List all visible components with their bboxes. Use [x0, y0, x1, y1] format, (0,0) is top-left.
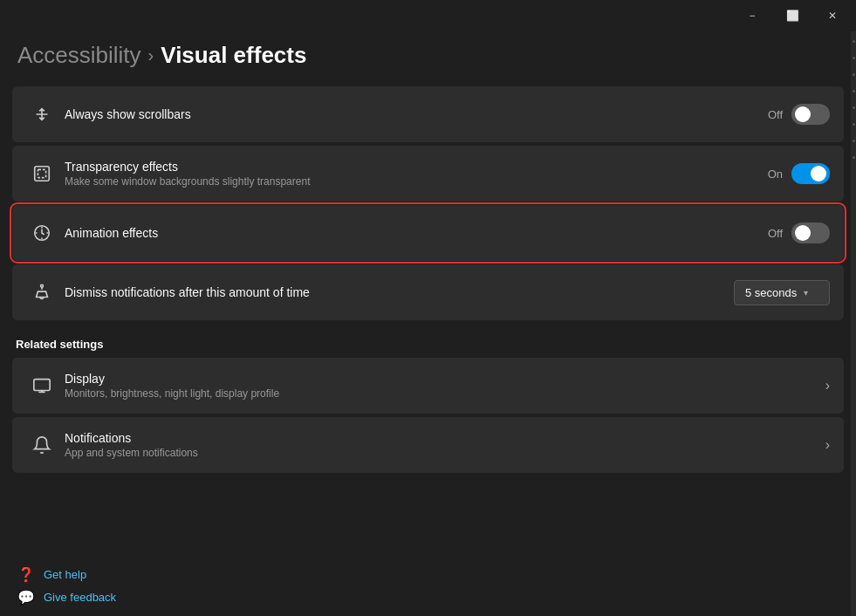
- breadcrumb-parent[interactable]: Accessibility: [17, 42, 141, 69]
- toggle-control-transparency: On: [768, 163, 830, 184]
- related-row-notifications-setting[interactable]: Notifications App and system notificatio…: [12, 417, 844, 473]
- svg-rect-0: [35, 167, 50, 181]
- toggle-control-animation: Off: [768, 222, 830, 243]
- give-feedback-label: Give feedback: [44, 591, 116, 604]
- get-help-label: Get help: [44, 568, 86, 581]
- minimize-button[interactable]: −: [732, 2, 772, 30]
- related-subtitle-display: Monitors, brightness, night light, displ…: [65, 387, 825, 400]
- give-feedback-link[interactable]: 💬 Give feedback: [17, 588, 116, 606]
- scrollbar-track[interactable]: [851, 31, 856, 616]
- footer: ❓ Get help 💬 Give feedback: [0, 555, 856, 616]
- setting-text-animation: Animation effects: [58, 226, 768, 240]
- scrollbar-dot: [853, 73, 855, 76]
- related-icon-notifications-setting: [26, 435, 58, 455]
- related-text-notifications-setting: Notifications App and system notificatio…: [58, 431, 825, 459]
- setting-text-scrollbars: Always show scrollbars: [58, 107, 768, 121]
- scrollbar-dot: [853, 40, 855, 43]
- setting-title-notifications: Dismiss notifications after this amount …: [65, 285, 734, 299]
- svg-rect-1: [38, 169, 45, 177]
- help-icon: ❓: [17, 565, 35, 583]
- page-title: Visual effects: [161, 42, 306, 69]
- scrollbar-dot: [853, 57, 855, 59]
- related-title-display: Display: [65, 372, 825, 386]
- setting-icon-transparency: [26, 164, 58, 183]
- setting-text-notifications: Dismiss notifications after this amount …: [58, 285, 734, 299]
- settings-content: Always show scrollbars Off Transparency …: [0, 86, 856, 549]
- toggle-control-scrollbars: Off: [768, 104, 830, 125]
- dropdown-value-notifications: 5 seconds: [745, 286, 797, 299]
- setting-row-animation: Animation effects Off: [12, 205, 844, 261]
- chevron-right-icon: ›: [825, 378, 830, 394]
- svg-point-3: [41, 284, 44, 287]
- related-settings-header: Related settings: [12, 324, 844, 358]
- toggle-scrollbars[interactable]: [791, 104, 830, 125]
- title-bar: − ⬜ ✕: [0, 0, 856, 31]
- scrollbar-dot: [853, 123, 855, 126]
- setting-icon-scrollbars: [26, 105, 58, 124]
- scrollbar-dots: [853, 33, 855, 166]
- scrollbar-dot: [853, 106, 855, 109]
- setting-row-scrollbars: Always show scrollbars Off: [12, 86, 844, 142]
- maximize-button[interactable]: ⬜: [772, 2, 812, 30]
- toggle-animation[interactable]: [791, 222, 830, 243]
- scrollbar-dot: [853, 90, 855, 92]
- get-help-link[interactable]: ❓ Get help: [17, 565, 86, 583]
- svg-rect-4: [34, 380, 50, 391]
- toggle-label-transparency: On: [768, 168, 783, 181]
- close-button[interactable]: ✕: [812, 2, 853, 30]
- setting-icon-notifications: [26, 283, 58, 302]
- setting-icon-animation: [26, 223, 58, 243]
- scrollbar-dot: [853, 156, 855, 159]
- toggle-label-animation: Off: [768, 227, 783, 240]
- related-row-display[interactable]: Display Monitors, brightness, night ligh…: [12, 358, 844, 414]
- toggle-thumb-animation: [795, 225, 811, 241]
- setting-subtitle-transparency: Make some window backgrounds slightly tr…: [65, 175, 768, 188]
- toggle-thumb-transparency: [811, 166, 826, 181]
- related-title-notifications-setting: Notifications: [65, 431, 825, 445]
- feedback-icon: 💬: [17, 588, 35, 606]
- related-icon-display: [26, 376, 58, 395]
- setting-title-animation: Animation effects: [65, 226, 768, 240]
- related-text-display: Display Monitors, brightness, night ligh…: [58, 372, 825, 400]
- breadcrumb: Accessibility › Visual effects: [17, 42, 839, 69]
- setting-row-transparency: Transparency effects Make some window ba…: [12, 146, 844, 202]
- related-subtitle-notifications-setting: App and system notifications: [65, 447, 825, 459]
- chevron-right-icon: ›: [825, 437, 830, 453]
- toggle-label-scrollbars: Off: [768, 108, 783, 121]
- scrollbar-dot: [853, 140, 855, 142]
- setting-title-transparency: Transparency effects: [65, 160, 768, 174]
- breadcrumb-separator: ›: [148, 45, 154, 65]
- toggle-thumb-scrollbars: [795, 106, 811, 122]
- setting-text-transparency: Transparency effects Make some window ba…: [58, 160, 768, 188]
- dropdown-notifications[interactable]: 5 seconds ▾: [734, 280, 830, 305]
- toggle-transparency[interactable]: [791, 163, 830, 184]
- chevron-down-icon: ▾: [804, 288, 808, 298]
- setting-title-scrollbars: Always show scrollbars: [65, 107, 768, 121]
- header: Accessibility › Visual effects: [0, 31, 856, 86]
- setting-row-notifications: Dismiss notifications after this amount …: [12, 264, 844, 320]
